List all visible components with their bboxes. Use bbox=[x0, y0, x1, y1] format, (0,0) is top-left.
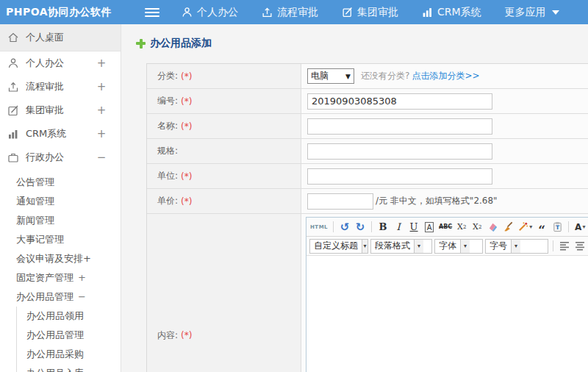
eraser-icon[interactable] bbox=[486, 220, 499, 235]
expand-plus-icon[interactable]: + bbox=[91, 80, 112, 93]
menu-toggle-icon[interactable] bbox=[145, 6, 159, 19]
code-label: 编号: (*) bbox=[147, 89, 301, 113]
subscript-button[interactable]: X2 bbox=[470, 220, 484, 235]
topnav-group-approval[interactable]: 集团审批 bbox=[342, 6, 398, 19]
sidebar-item-supplies-purchase[interactable]: 办公用品采购 bbox=[17, 345, 121, 364]
editor-toolbar-row2: 自定义标题 ▾ 段落格式 ▾ 字体 ▾ bbox=[306, 237, 588, 256]
html-source-button[interactable]: HTML bbox=[309, 220, 329, 235]
sidebar-item-label: 个人桌面 bbox=[26, 31, 112, 44]
paste-clipboard-icon[interactable]: T bbox=[551, 220, 564, 235]
sidebar-item-notice-mgmt[interactable]: 通知管理 bbox=[0, 192, 121, 211]
sidebar-item-announcement-mgmt[interactable]: 公告管理 bbox=[0, 173, 121, 192]
expand-plus-icon[interactable]: + bbox=[78, 272, 86, 283]
format-brush-icon[interactable] bbox=[501, 220, 514, 235]
blockquote-button[interactable]: “ bbox=[535, 220, 548, 235]
sidebar-item-personal-desktop[interactable]: 个人桌面 bbox=[0, 24, 121, 51]
paragraph-format-select[interactable]: 段落格式 ▾ bbox=[370, 239, 432, 254]
required-mark: (*) bbox=[181, 196, 192, 207]
sidebar-subitem-label: 办公用品管理 bbox=[16, 291, 74, 302]
superscript-button[interactable]: X2 bbox=[455, 220, 468, 235]
topnav-label: 集团审批 bbox=[357, 6, 398, 19]
align-center-icon[interactable] bbox=[573, 239, 587, 254]
topnav-more-apps[interactable]: 更多应用 bbox=[505, 6, 559, 19]
sidebar-item-workflow-approval[interactable]: 流程审批 + bbox=[0, 75, 121, 99]
topnav-workflow-approval[interactable]: 流程审批 bbox=[262, 6, 318, 19]
expand-plus-icon[interactable]: + bbox=[91, 104, 112, 117]
toolbar-separator bbox=[333, 221, 334, 232]
font-style-button[interactable]: A bbox=[423, 220, 436, 235]
bold-button[interactable]: B bbox=[376, 220, 390, 235]
workflow-icon bbox=[7, 81, 19, 93]
caret-down-icon: ▾ bbox=[362, 240, 368, 253]
sidebar-item-label: 集团审批 bbox=[26, 104, 91, 117]
spec-input[interactable] bbox=[307, 143, 492, 160]
caret-down-icon: ▾ bbox=[582, 223, 585, 230]
font-color-button[interactable]: A▾ bbox=[573, 220, 587, 235]
code-input[interactable] bbox=[307, 93, 492, 110]
expand-plus-icon[interactable]: + bbox=[91, 57, 112, 70]
sidebar-item-office-supplies-mgmt[interactable]: 办公用品管理− bbox=[0, 287, 121, 307]
sidebar-item-crm[interactable]: CRM系统 + bbox=[0, 122, 121, 146]
align-left-icon[interactable] bbox=[558, 239, 571, 254]
chart-icon bbox=[7, 128, 19, 140]
sidebar-item-fixed-assets-mgmt[interactable]: 固定资产管理+ bbox=[0, 268, 121, 287]
topnav-label: 流程审批 bbox=[277, 6, 318, 19]
undo-icon[interactable]: ↺ bbox=[338, 220, 351, 235]
code-value-cell bbox=[301, 89, 588, 113]
required-mark: (*) bbox=[181, 330, 192, 340]
custom-title-select[interactable]: 自定义标题 ▾ bbox=[309, 239, 368, 254]
chart-icon bbox=[422, 7, 433, 18]
topnav-crm[interactable]: CRM系统 bbox=[422, 6, 481, 19]
app-logo: PHPOA协同办公软件 bbox=[0, 6, 121, 19]
sidebar-item-admin-office[interactable]: 行政办公 − bbox=[0, 146, 121, 169]
sidebar-item-personal-office[interactable]: 个人办公 + bbox=[0, 51, 121, 75]
content-value-cell: HTML ↺ ↻ B I U A ABC X2 X2 bbox=[301, 214, 588, 372]
sidebar: 个人桌面 个人办公 + 流程审批 + 集团审批 + bbox=[0, 24, 121, 372]
category-select[interactable]: 电脑 ▼ bbox=[307, 68, 354, 84]
sidebar-item-supplies-inbound[interactable]: 办公用品入库 bbox=[17, 364, 121, 372]
sidebar-item-news-mgmt[interactable]: 新闻管理 bbox=[0, 211, 121, 230]
sidebar-subitem-label: 公告管理 bbox=[16, 176, 54, 187]
form-row-category: 分类: (*) 电脑 ▼ 还没有分类? 点击添加分类>> bbox=[147, 64, 588, 89]
price-value-cell: /元 非中文，如填写格式"2.68" bbox=[301, 189, 588, 213]
name-value-cell bbox=[301, 114, 588, 138]
page-title-row: 办公用品添加 bbox=[136, 36, 588, 51]
expand-plus-icon[interactable]: + bbox=[91, 127, 112, 140]
redo-icon[interactable]: ↻ bbox=[354, 220, 367, 235]
sidebar-item-events-mgmt[interactable]: 大事记管理 bbox=[0, 230, 121, 249]
required-mark: (*) bbox=[181, 71, 192, 82]
required-mark: (*) bbox=[181, 96, 192, 107]
collapse-minus-icon[interactable]: − bbox=[91, 151, 112, 164]
sidebar-nested-label: 办公用品管理 bbox=[26, 329, 84, 340]
font-family-select[interactable]: 字体 ▾ bbox=[434, 239, 483, 254]
price-input[interactable] bbox=[307, 193, 373, 210]
svg-text:T: T bbox=[556, 224, 560, 231]
edit-icon bbox=[342, 7, 353, 18]
category-value-cell: 电脑 ▼ 还没有分类? 点击添加分类>> bbox=[301, 64, 588, 88]
sidebar-item-group-approval[interactable]: 集团审批 + bbox=[0, 99, 121, 122]
caret-down-icon: ▼ bbox=[345, 73, 351, 80]
topnav-label: 个人办公 bbox=[197, 6, 238, 19]
editor-content-area[interactable] bbox=[306, 256, 588, 372]
form-row-code: 编号: (*) bbox=[147, 89, 588, 114]
add-category-link[interactable]: 点击添加分类>> bbox=[412, 70, 479, 82]
price-format-hint: /元 非中文，如填写格式"2.68" bbox=[376, 195, 498, 207]
sidebar-item-label: CRM系统 bbox=[26, 127, 91, 140]
form-row-name: 名称: (*) bbox=[147, 114, 588, 139]
sidebar-subitem-label: 通知管理 bbox=[16, 196, 54, 207]
collapse-minus-icon[interactable]: − bbox=[78, 291, 86, 302]
strikethrough-button[interactable]: ABC bbox=[438, 220, 453, 235]
font-size-select[interactable]: 字号 ▾ bbox=[485, 239, 548, 254]
sidebar-item-supplies-management[interactable]: 办公用品管理 bbox=[17, 326, 121, 345]
italic-button[interactable]: I bbox=[392, 220, 405, 235]
topnav-personal-office[interactable]: 个人办公 bbox=[182, 6, 238, 19]
sidebar-item-meeting-mgmt[interactable]: 会议申请及安排+ bbox=[0, 249, 121, 268]
name-input[interactable] bbox=[307, 118, 492, 135]
sidebar-item-label: 流程审批 bbox=[26, 80, 91, 93]
sidebar-nested-label: 办公用品领用 bbox=[26, 310, 84, 321]
auto-format-wand-icon[interactable]: ▾ bbox=[517, 220, 533, 235]
sidebar-item-supplies-requisition[interactable]: 办公用品领用 bbox=[17, 307, 121, 326]
unit-input[interactable] bbox=[307, 168, 492, 185]
sidebar-subitem-label: 会议申请及安排+ bbox=[16, 253, 91, 264]
underline-button[interactable]: U bbox=[407, 220, 420, 235]
